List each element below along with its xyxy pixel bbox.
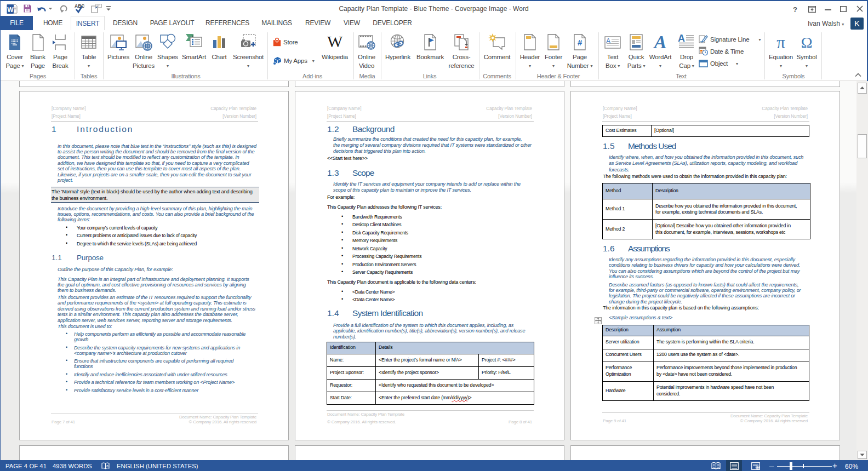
svg-text:A: A (678, 33, 685, 44)
svg-text:#: # (578, 38, 583, 47)
svg-text:π: π (776, 33, 785, 51)
svg-text:Ω: Ω (801, 34, 813, 51)
svg-text:W: W (327, 33, 343, 50)
svg-text:A: A (653, 33, 666, 51)
